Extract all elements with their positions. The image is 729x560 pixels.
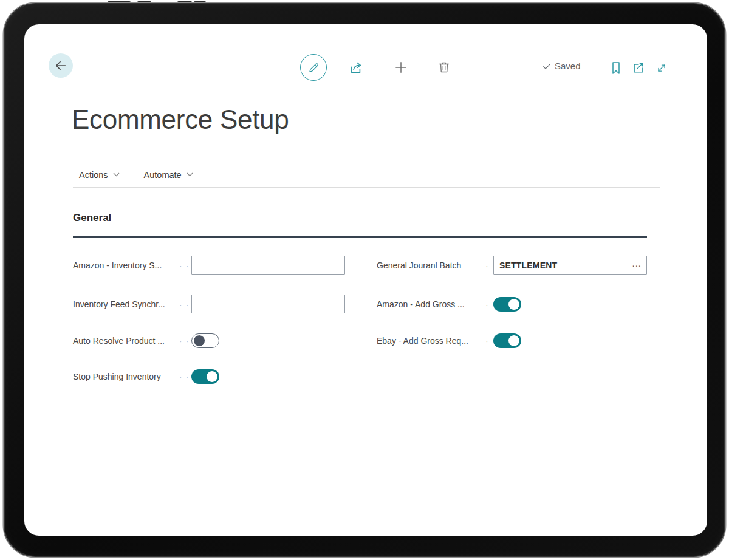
stop-pushing-inventory-toggle[interactable] xyxy=(191,369,219,384)
saved-label: Saved xyxy=(555,61,581,71)
plus-icon xyxy=(393,60,409,75)
general-journal-batch-field: ... xyxy=(493,256,647,275)
pencil-icon xyxy=(307,61,320,74)
label-leader-dots xyxy=(176,299,190,309)
menu-automate-label: Automate xyxy=(144,170,182,180)
field-label-stop-pushing-inventory: Stop Pushing Inventory xyxy=(73,367,190,386)
general-journal-batch-input[interactable] xyxy=(494,261,629,270)
edit-button[interactable] xyxy=(300,54,327,81)
section-rule xyxy=(73,236,647,238)
field-label-amazon-inventory: Amazon - Inventory S... xyxy=(73,256,190,275)
toggle-knob xyxy=(508,335,519,346)
inventory-feed-input[interactable] xyxy=(191,295,345,313)
label-leader-dots xyxy=(176,372,190,381)
menu-automate[interactable]: Automate xyxy=(144,170,193,180)
share-icon xyxy=(349,60,364,76)
auto-resolve-toggle[interactable] xyxy=(191,333,219,348)
amazon-add-gross-toggle[interactable] xyxy=(493,297,521,312)
back-button[interactable] xyxy=(49,53,73,78)
screenshot-root: { "colors": { "accent_teal": "#0a7d86", … xyxy=(0,0,729,560)
check-icon xyxy=(542,61,552,71)
label-leader-dots xyxy=(176,336,190,346)
expand-button[interactable] xyxy=(655,61,668,75)
toggle-knob xyxy=(207,371,217,382)
menu-actions[interactable]: Actions xyxy=(79,170,120,180)
delete-button[interactable] xyxy=(436,60,452,75)
new-record-button[interactable] xyxy=(392,59,409,76)
save-status: Saved xyxy=(542,61,581,71)
bookmark-icon xyxy=(610,61,622,75)
ebay-add-gross-toggle[interactable] xyxy=(493,333,521,348)
chevron-down-icon xyxy=(187,172,193,177)
bookmark-button[interactable] xyxy=(609,61,623,75)
expand-diagonal-icon xyxy=(655,62,668,74)
open-in-new-window-icon xyxy=(632,62,645,74)
share-button[interactable] xyxy=(348,60,365,77)
field-label-auto-resolve: Auto Resolve Product ... xyxy=(73,332,190,350)
menu-actions-label: Actions xyxy=(79,170,108,180)
trash-icon xyxy=(437,60,451,75)
field-label-inventory-feed: Inventory Feed Synchr... xyxy=(73,295,190,313)
open-in-window-button[interactable] xyxy=(631,61,646,75)
chevron-down-icon xyxy=(113,172,120,177)
field-label-amazon-add-gross: Amazon - Add Gross ... xyxy=(377,295,496,313)
action-menu-bar: Actions Automate xyxy=(73,162,660,188)
lookup-ellipsis-button[interactable]: ... xyxy=(629,261,646,270)
field-label-general-journal-batch: General Jouranl Batch xyxy=(377,256,496,275)
field-label-ebay-add-gross: Ebay - Add Gross Req... xyxy=(377,332,496,350)
section-title-general: General xyxy=(73,212,111,224)
toggle-knob xyxy=(194,335,205,346)
amazon-inventory-input[interactable] xyxy=(191,256,345,275)
toggle-knob xyxy=(508,299,519,310)
label-leader-dots xyxy=(176,261,190,270)
app-screen: Saved xyxy=(24,24,707,536)
back-arrow-icon xyxy=(54,59,67,72)
page-title: Ecommerce Setup xyxy=(72,104,289,135)
